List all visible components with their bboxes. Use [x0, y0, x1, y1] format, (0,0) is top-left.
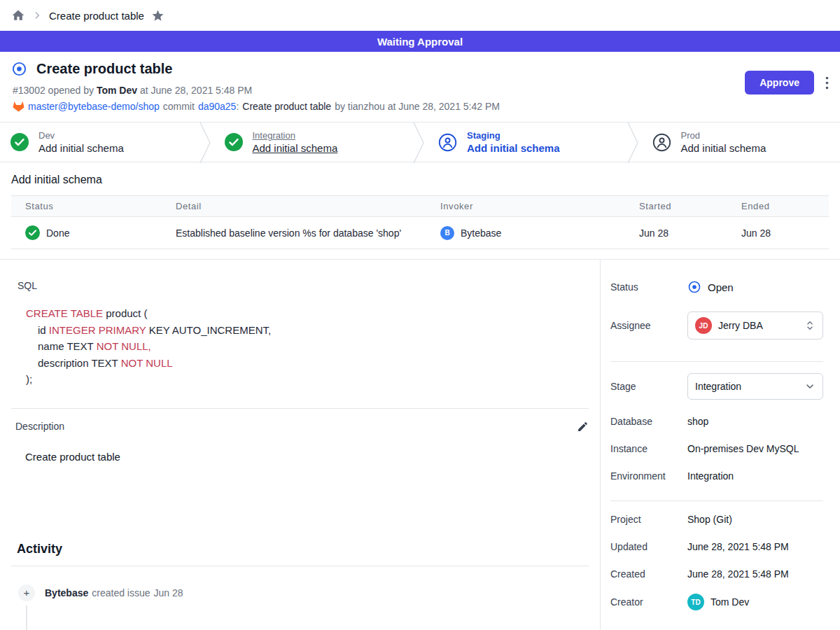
stage-separator: [412, 122, 428, 163]
database-label: Database: [610, 416, 687, 427]
instance-value: On-premises Dev MySQL: [687, 443, 799, 454]
status-badge: Open: [687, 280, 734, 294]
activity-title: Activity: [17, 542, 589, 556]
pending-approval-icon: [438, 133, 457, 152]
task-ended: Jun 28: [741, 227, 771, 239]
assignee-select[interactable]: JD Jerry DBA: [687, 312, 823, 340]
content-area: SQL CREATE TABLE product ( id INTEGER PR…: [0, 259, 840, 630]
waiting-approval-banner: Waiting Approval: [0, 31, 840, 52]
kebab-menu-icon[interactable]: [825, 76, 829, 90]
stage-label: Stage: [610, 381, 687, 392]
activity-actor: Bytebase: [45, 587, 88, 598]
instance-label: Instance: [610, 443, 687, 454]
creator-badge: TD Tom Dev: [687, 594, 749, 610]
commit-hash-link[interactable]: da90a25: [198, 101, 237, 112]
updown-chevrons-icon: [804, 319, 816, 332]
invoker-avatar: B: [440, 226, 454, 240]
updated-label: Updated: [610, 541, 687, 552]
stage-env-label: Prod: [681, 130, 766, 141]
stage-task-link[interactable]: Add initial schema: [467, 141, 560, 155]
pipeline-stage-strip: Dev Add initial schema Integration Add i…: [0, 122, 840, 162]
project-label: Project: [610, 514, 687, 525]
task-status: Done: [46, 227, 69, 239]
stage-select[interactable]: Integration: [687, 373, 823, 400]
check-circle-icon: [10, 133, 29, 151]
column-header: Status: [11, 201, 162, 211]
activity-date: Jun 28: [154, 587, 183, 598]
project-value: Shop (Git): [687, 514, 732, 525]
stage-dev[interactable]: Dev Add initial schema: [0, 122, 199, 162]
assignee-label: Assignee: [610, 320, 687, 331]
divider: [11, 566, 589, 566]
timeline-connector: [26, 606, 27, 630]
task-detail: Established baseline version %s for data…: [176, 227, 401, 239]
environment-value: Integration: [687, 470, 734, 482]
creator-label: Creator: [610, 596, 687, 608]
created-value: June 28, 2021 5:48 PM: [687, 568, 789, 580]
divider: [610, 500, 823, 501]
stage-integration[interactable]: Integration Add initial schema: [214, 122, 413, 162]
assignee-value: Jerry DBA: [718, 320, 798, 331]
page-title: Create product table: [36, 61, 172, 77]
stage-env-label: Integration: [253, 130, 338, 141]
stage-staging[interactable]: Staging Add initial schema: [428, 122, 626, 162]
creator-avatar: TD: [687, 594, 704, 610]
updated-value: June 28, 2021 5:48 PM: [687, 541, 789, 552]
edit-pencil-icon[interactable]: [577, 421, 589, 433]
activity-timeline: + Bytebase created issue Jun 28: [18, 584, 589, 601]
divider: [11, 408, 589, 409]
divider: [610, 361, 823, 362]
check-circle-icon: [25, 225, 40, 240]
main-column: SQL CREATE TABLE product ( id INTEGER PR…: [0, 260, 601, 630]
banner-text: Waiting Approval: [377, 36, 463, 48]
branch-repo-link[interactable]: master@bytebase-demo/shop: [28, 101, 160, 112]
database-value: shop: [687, 416, 708, 427]
activity-action: created issue: [92, 587, 150, 598]
stage-env-label: Staging: [467, 130, 560, 141]
task-table: Status Detail Invoker Started Ended Done…: [11, 195, 829, 249]
activity-item: + Bytebase created issue Jun 28: [18, 584, 589, 601]
commit-info: master@bytebase-demo/shop commit da90a25…: [13, 101, 829, 112]
star-icon[interactable]: [151, 9, 164, 22]
column-header: Started: [625, 201, 727, 211]
stage-separator: [626, 122, 642, 163]
column-header: Invoker: [426, 201, 625, 211]
task-started: Jun 28: [639, 227, 668, 239]
description-text: Create product table: [25, 451, 589, 463]
stage-prod[interactable]: Prod Add initial schema: [642, 122, 840, 162]
environment-label: Environment: [610, 470, 687, 482]
table-row[interactable]: Done Established baseline version %s for…: [11, 217, 829, 248]
stage-env-label: Dev: [38, 130, 124, 141]
commit-byline: by tianzhou at June 28, 2021 5:42 PM: [335, 101, 500, 112]
commit-message: Create product table: [242, 101, 331, 112]
chevron-right-icon: [32, 10, 42, 20]
invoker-name: Bytebase: [461, 227, 501, 239]
table-header-row: Status Detail Invoker Started Ended: [11, 196, 829, 217]
column-header: Ended: [727, 201, 829, 211]
issue-sidebar: Status Open Assignee JD Jerry DBA: [601, 260, 840, 630]
stage-task-link[interactable]: Add initial schema: [38, 141, 124, 155]
check-circle-icon: [225, 133, 243, 151]
approve-button[interactable]: Approve: [745, 71, 814, 94]
issue-header: Create product table #13002 opened by To…: [0, 52, 840, 122]
bytebase-issue-page: Create product table Waiting Approval Cr…: [0, 0, 840, 630]
home-icon[interactable]: [11, 8, 25, 22]
chevron-down-icon: [804, 381, 816, 392]
column-header: Detail: [162, 201, 426, 211]
gitlab-icon: [13, 101, 24, 112]
task-section: Add initial schema Status Detail Invoker…: [0, 162, 840, 249]
author-name: Tom Dev: [97, 85, 137, 96]
pending-approval-icon: [652, 133, 671, 152]
open-status-icon: [687, 280, 701, 294]
breadcrumb: Create product table: [0, 0, 840, 31]
stage-task-link[interactable]: Add initial schema: [681, 141, 766, 155]
open-issue-icon: [11, 61, 27, 77]
breadcrumb-title: Create product table: [49, 10, 144, 22]
issue-meta: #13002 opened by Tom Dev at June 28, 202…: [13, 85, 829, 96]
sql-section-label: SQL: [18, 280, 589, 291]
assignee-avatar: JD: [695, 317, 712, 334]
stage-value: Integration: [695, 381, 798, 392]
stage-separator: [199, 122, 214, 163]
sql-statement: CREATE TABLE product ( id INTEGER PRIMAR…: [26, 305, 589, 388]
stage-task-link[interactable]: Add initial schema: [253, 141, 338, 155]
